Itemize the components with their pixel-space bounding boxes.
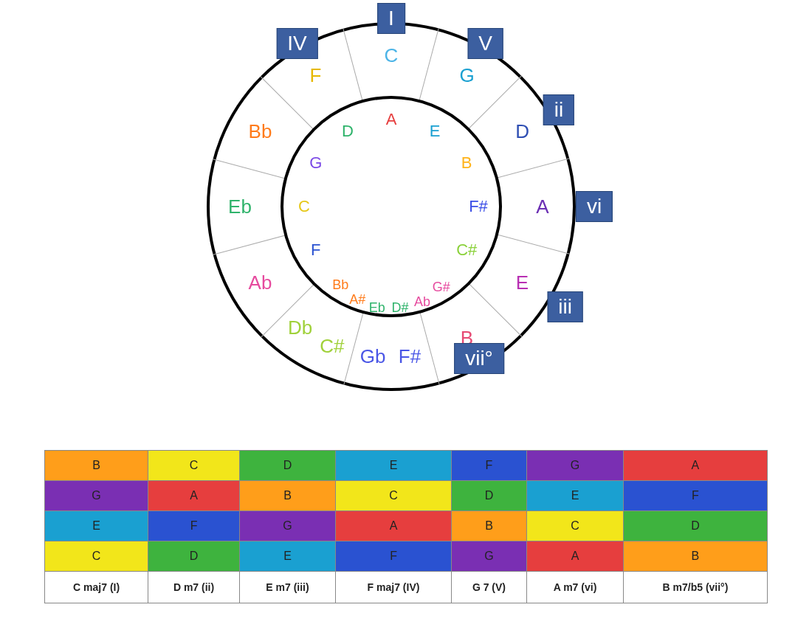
chord-label: F maj7 (IV) xyxy=(336,572,452,603)
cell-A: A xyxy=(336,511,452,541)
cell-D: D xyxy=(623,511,767,541)
cell-F: F xyxy=(336,541,452,572)
cell-G: G xyxy=(451,541,526,572)
cell-F: F xyxy=(623,481,767,511)
note-Dsharp: D# xyxy=(392,300,409,316)
cell-E: E xyxy=(45,511,148,541)
note-C: C xyxy=(385,44,399,67)
cell-B: B xyxy=(623,541,767,572)
cell-B: B xyxy=(45,451,148,481)
chord-table: BCDEFGAGABCDEFEFGABCDCDEFGABC maj7 (I)D … xyxy=(44,450,768,603)
roman-I: I xyxy=(377,3,405,34)
roman-ii: ii xyxy=(543,94,574,125)
chord-label: E m7 (iii) xyxy=(239,572,335,603)
note-F: F xyxy=(310,64,322,87)
note-C: C xyxy=(298,197,310,216)
note-E: E xyxy=(516,271,529,294)
note-Asharp: A# xyxy=(349,291,365,307)
note-D: D xyxy=(515,120,529,142)
cell-F: F xyxy=(451,451,526,481)
note-Eb: Eb xyxy=(369,300,385,315)
note-Bb: Bb xyxy=(332,277,348,292)
cell-G: G xyxy=(239,511,335,541)
cell-A: A xyxy=(623,451,767,481)
note-Gsharp: G# xyxy=(433,279,450,294)
note-Ab: Ab xyxy=(249,271,272,294)
note-Fsharp: F# xyxy=(469,197,488,216)
cell-B: B xyxy=(451,511,526,541)
chord-label: G 7 (V) xyxy=(451,572,526,603)
cell-D: D xyxy=(239,451,335,481)
note-G: G xyxy=(459,64,474,87)
note-Bb: Bb xyxy=(249,120,272,142)
cell-B: B xyxy=(239,481,335,511)
note-G: G xyxy=(309,153,322,173)
roman-viidim: vii° xyxy=(454,343,504,374)
cell-A: A xyxy=(527,541,624,572)
cell-E: E xyxy=(336,451,452,481)
cell-A: A xyxy=(148,481,240,511)
note-F: F xyxy=(311,240,320,260)
cell-G: G xyxy=(45,481,148,511)
roman-iii: iii xyxy=(547,291,583,322)
cell-E: E xyxy=(239,541,335,572)
chord-label: D m7 (ii) xyxy=(148,572,240,603)
note-B: B xyxy=(461,153,472,173)
cell-D: D xyxy=(451,481,526,511)
note-A: A xyxy=(536,195,548,218)
note-Fsharp: F# xyxy=(399,345,421,368)
circle-of-fifths: CGDAEBF#GbC#DbAbEbBbFAEBF#C#DGCFG#AbD#Eb… xyxy=(207,22,576,391)
chord-label: C maj7 (I) xyxy=(45,572,148,603)
note-Gb: Gb xyxy=(360,345,386,368)
cell-F: F xyxy=(148,511,240,541)
note-Db: Db xyxy=(288,316,312,339)
cell-D: D xyxy=(148,541,240,572)
note-Csharp: C# xyxy=(320,334,344,357)
note-Eb: Eb xyxy=(228,195,252,218)
chord-label: A m7 (vi) xyxy=(527,572,624,603)
cell-E: E xyxy=(527,481,624,511)
roman-vi: vi xyxy=(576,191,613,222)
chord-label: B m7/b5 (vii°) xyxy=(623,572,767,603)
note-D: D xyxy=(342,122,354,141)
roman-V: V xyxy=(467,28,503,59)
cell-G: G xyxy=(527,451,624,481)
cell-C: C xyxy=(148,451,240,481)
note-Ab: Ab xyxy=(414,294,430,310)
note-A: A xyxy=(386,110,397,129)
cell-C: C xyxy=(336,481,452,511)
note-E: E xyxy=(430,122,441,141)
note-Csharp: C# xyxy=(456,240,477,260)
cell-C: C xyxy=(45,541,148,572)
cell-C: C xyxy=(527,511,624,541)
roman-IV: IV xyxy=(276,28,317,59)
